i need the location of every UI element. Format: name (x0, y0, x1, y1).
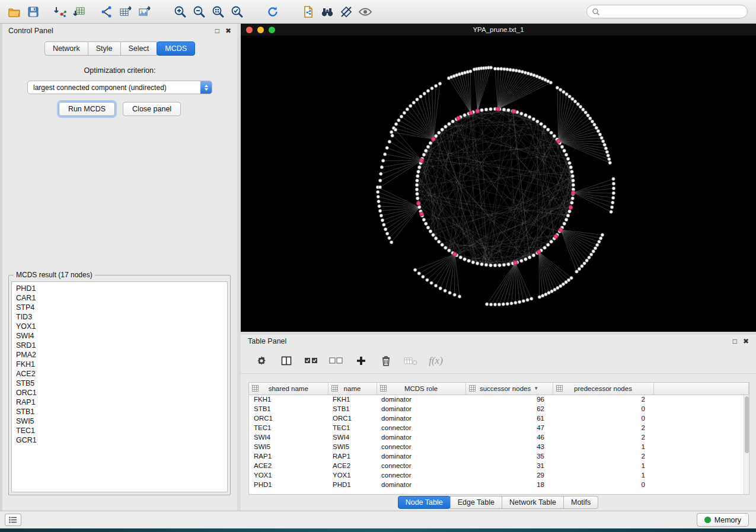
search-input[interactable] (600, 8, 747, 16)
table-cell-name: ACE2 (328, 461, 377, 470)
tab-motifs[interactable]: Motifs (563, 496, 598, 509)
table-cell-name: SWI4 (328, 432, 377, 442)
mcds-result-item[interactable]: SRD1 (16, 341, 227, 350)
close-panel-button[interactable]: Close panel (123, 102, 181, 116)
show-column-icon[interactable] (279, 353, 294, 368)
mcds-result-item[interactable]: CAR1 (16, 293, 227, 303)
zoom-out-icon[interactable] (190, 2, 209, 21)
table-cell-mcds-role: dominator (377, 451, 465, 461)
create-column-icon[interactable] (353, 353, 369, 368)
table-cell-successor-nodes: 31 (465, 461, 553, 470)
table-row[interactable]: PHD1PHD1dominator180 (249, 480, 749, 489)
mcds-result-item[interactable]: FKH1 (16, 360, 227, 369)
close-table-panel-icon[interactable]: ✖ (743, 338, 749, 345)
table-row[interactable]: FKH1FKH1dominator962 (249, 395, 749, 404)
list-icon (9, 517, 17, 523)
mcds-result-item[interactable]: ACE2 (16, 369, 227, 379)
mcds-result-list[interactable]: PHD1CAR1STP4TID3YOX1SWI4SRD1PMA2FKH1ACE2… (11, 281, 228, 492)
zoom-fit-icon[interactable] (209, 2, 228, 21)
mcds-result-item[interactable]: STP4 (16, 303, 227, 312)
mcds-result-item[interactable]: GCR1 (16, 435, 227, 445)
table-scrollbar-thumb[interactable] (745, 396, 749, 453)
column-header-name[interactable]: name (328, 383, 377, 395)
table-cell-name: STB1 (328, 404, 377, 414)
mcds-result-item[interactable]: TEC1 (16, 426, 227, 435)
delete-column-icon[interactable] (378, 353, 394, 368)
memory-label: Memory (714, 516, 741, 524)
tab-select[interactable]: Select (120, 41, 158, 56)
criterion-dropdown[interactable]: largest connected component (undirected) (27, 81, 212, 94)
mcds-result-item[interactable]: PMA2 (16, 350, 227, 360)
table-row[interactable]: SWI5SWI5connector431 (249, 442, 749, 451)
export-table-icon[interactable] (116, 2, 135, 21)
mcds-result-item[interactable]: TID3 (16, 312, 227, 322)
tab-style[interactable]: Style (88, 41, 121, 56)
select-all-rows-icon[interactable] (304, 353, 319, 368)
zoom-selected-icon[interactable] (228, 2, 247, 21)
table-row[interactable]: STB1STB1dominator620 (249, 404, 749, 414)
column-header-successor-nodes[interactable]: successor nodes▼ (465, 383, 553, 395)
binoculars-icon[interactable] (318, 2, 337, 21)
column-type-icon (252, 385, 259, 393)
import-network-icon[interactable] (51, 2, 70, 21)
clear-table-icon[interactable] (403, 353, 419, 368)
table-scrollbar[interactable] (744, 395, 749, 494)
column-header-mcds-role[interactable]: MCDS role (377, 383, 465, 395)
mcds-result-item[interactable]: RAP1 (16, 398, 227, 407)
table-cell-mcds-role: connector (377, 470, 465, 480)
mcds-result-item[interactable]: SWI5 (16, 416, 227, 426)
eye-icon[interactable] (356, 2, 375, 21)
column-type-icon (380, 385, 387, 393)
deselect-all-rows-icon[interactable] (328, 353, 344, 368)
column-type-icon (331, 385, 338, 393)
close-panel-icon[interactable]: ✖ (225, 27, 231, 34)
tab-node-table[interactable]: Node Table (398, 496, 451, 509)
share-document-icon[interactable] (299, 2, 318, 21)
float-panel-icon[interactable]: □ (215, 27, 219, 34)
table-cell-shared-name: ACE2 (249, 461, 328, 470)
column-header-shared-name[interactable]: shared name (249, 383, 328, 395)
mcds-result-item[interactable]: ORC1 (16, 388, 227, 398)
mcds-result-item[interactable]: SWI4 (16, 331, 227, 341)
open-file-icon[interactable] (5, 2, 24, 21)
table-cell-predecessor-nodes: 0 (553, 480, 653, 489)
zoom-in-icon[interactable] (171, 2, 190, 21)
table-cell-predecessor-nodes: 1 (553, 461, 653, 470)
table-row[interactable]: ACE2ACE2connector311 (249, 461, 749, 470)
memory-button[interactable]: Memory (697, 513, 749, 527)
search-box[interactable] (586, 5, 748, 18)
run-mcds-button[interactable]: Run MCDS (59, 102, 115, 116)
mcds-result-item[interactable]: YOX1 (16, 322, 227, 331)
table-cell-shared-name: STB1 (249, 404, 328, 414)
import-table-icon[interactable] (70, 2, 89, 21)
table-cell-shared-name: TEC1 (249, 423, 328, 432)
save-icon[interactable] (24, 2, 43, 21)
network-canvas[interactable] (241, 36, 756, 332)
export-network-icon[interactable] (97, 2, 116, 21)
mcds-result-item[interactable]: PHD1 (16, 284, 227, 293)
sort-descending-icon: ▼ (534, 386, 538, 391)
table-cell-successor-nodes: 62 (465, 404, 553, 414)
node-table-body: FKH1FKH1dominator962STB1STB1dominator620… (249, 395, 749, 489)
tab-mcds[interactable]: MCDS (157, 41, 195, 56)
table-settings-gear-icon[interactable] (254, 353, 269, 368)
float-table-panel-icon[interactable]: □ (733, 338, 737, 345)
graphics-details-icon[interactable] (337, 2, 356, 21)
table-row[interactable]: ORC1ORC1dominator610 (249, 414, 749, 423)
table-row[interactable]: YOX1YOX1connector291 (249, 470, 749, 480)
table-cell-successor-nodes: 29 (465, 470, 553, 480)
export-image-icon[interactable] (135, 2, 154, 21)
table-row[interactable]: TEC1TEC1connector472 (249, 423, 749, 432)
task-history-button[interactable] (5, 514, 21, 526)
tab-network-table[interactable]: Network Table (502, 496, 564, 509)
table-row[interactable]: RAP1RAP1dominator352 (249, 451, 749, 461)
column-header-predecessor-nodes[interactable]: predecessor nodes (553, 383, 653, 395)
control-panel-tabs: Network Style Select MCDS (2, 41, 237, 56)
tab-network[interactable]: Network (44, 41, 88, 56)
refresh-icon[interactable] (263, 2, 282, 21)
network-view-window[interactable]: YPA_prune.txt_1 (241, 24, 756, 332)
table-row[interactable]: SWI4SWI4dominator462 (249, 432, 749, 442)
mcds-result-item[interactable]: STB5 (16, 379, 227, 388)
mcds-result-item[interactable]: STB1 (16, 407, 227, 416)
tab-edge-table[interactable]: Edge Table (450, 496, 502, 509)
